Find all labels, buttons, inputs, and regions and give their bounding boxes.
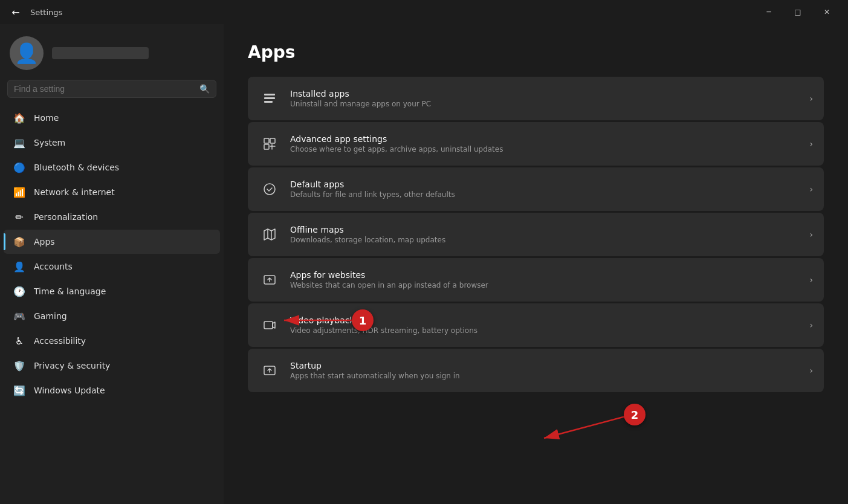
default-apps-title: Default apps bbox=[290, 179, 800, 189]
main-content: Apps Installed apps Uninstall and manage… bbox=[224, 24, 848, 410]
setting-item-installed-apps[interactable]: Installed apps Uninstall and manage apps… bbox=[248, 77, 824, 120]
sidebar-item-label: System bbox=[34, 138, 65, 147]
sidebar-item-label: Bluetooth & devices bbox=[34, 163, 119, 172]
windows-update-icon: 🔄 bbox=[13, 384, 25, 396]
sidebar-item-label: Windows Update bbox=[34, 386, 105, 395]
startup-icon-box bbox=[259, 360, 280, 381]
user-icon: 👤 bbox=[15, 42, 39, 65]
default-apps-text: Default apps Defaults for file and link … bbox=[290, 179, 800, 199]
setting-item-video-playback[interactable]: Video playback Video adjustments, HDR st… bbox=[248, 303, 824, 347]
video-playback-icon bbox=[262, 318, 277, 332]
sidebar-item-label: Personalization bbox=[34, 212, 98, 222]
sidebar-item-accessibility[interactable]: ♿ Accessibility bbox=[4, 329, 220, 353]
sidebar: 👤 🔍 🏠 Home 💻 System 🔵 bbox=[0, 24, 224, 504]
home-icon: 🏠 bbox=[13, 112, 25, 124]
accessibility-icon: ♿ bbox=[13, 335, 25, 347]
apps-for-websites-icon-box bbox=[259, 269, 280, 291]
setting-item-default-apps[interactable]: Default apps Defaults for file and link … bbox=[248, 167, 824, 211]
offline-maps-text: Offline maps Downloads, storage location… bbox=[290, 225, 800, 244]
search-container: 🔍 bbox=[0, 80, 224, 105]
apps-for-websites-chevron: › bbox=[809, 275, 813, 285]
svg-point-6 bbox=[264, 184, 275, 195]
sidebar-item-label: Accessibility bbox=[34, 336, 86, 346]
close-button[interactable]: ✕ bbox=[813, 2, 841, 22]
minimize-button[interactable]: ─ bbox=[755, 2, 783, 22]
default-apps-icon bbox=[262, 182, 277, 196]
sidebar-item-time[interactable]: 🕐 Time & language bbox=[4, 279, 220, 303]
accounts-icon: 👤 bbox=[13, 260, 25, 273]
search-input[interactable] bbox=[14, 84, 195, 94]
advanced-app-settings-icon-box bbox=[259, 133, 280, 155]
video-playback-title: Video playback bbox=[290, 315, 800, 325]
search-icon: 🔍 bbox=[199, 84, 210, 94]
svg-rect-0 bbox=[264, 94, 275, 95]
installed-apps-icon bbox=[262, 91, 277, 106]
sidebar-item-label: Home bbox=[34, 113, 59, 123]
search-box[interactable]: 🔍 bbox=[7, 80, 216, 98]
network-icon: 📶 bbox=[13, 186, 25, 198]
back-button[interactable]: ← bbox=[7, 4, 24, 21]
avatar: 👤 bbox=[10, 36, 44, 70]
offline-maps-desc: Downloads, storage location, map updates bbox=[290, 236, 800, 244]
svg-rect-3 bbox=[264, 138, 269, 143]
installed-apps-text: Installed apps Uninstall and manage apps… bbox=[290, 89, 800, 108]
startup-text: Startup Apps that start automatically wh… bbox=[290, 361, 800, 380]
sidebar-item-personalization[interactable]: ✏️ Personalization bbox=[4, 205, 220, 229]
video-playback-text: Video playback Video adjustments, HDR st… bbox=[290, 315, 800, 335]
sidebar-item-gaming[interactable]: 🎮 Gaming bbox=[4, 304, 220, 328]
personalization-icon: ✏️ bbox=[13, 211, 25, 223]
sidebar-item-windows-update[interactable]: 🔄 Windows Update bbox=[4, 378, 220, 402]
maximize-button[interactable]: □ bbox=[784, 2, 812, 22]
startup-icon bbox=[262, 363, 277, 378]
startup-chevron: › bbox=[809, 366, 813, 375]
advanced-app-settings-title: Advanced app settings bbox=[290, 134, 800, 144]
setting-item-offline-maps[interactable]: Offline maps Downloads, storage location… bbox=[248, 213, 824, 256]
sidebar-item-accounts[interactable]: 👤 Accounts bbox=[4, 254, 220, 279]
gaming-icon: 🎮 bbox=[13, 310, 25, 322]
default-apps-desc: Defaults for file and link types, other … bbox=[290, 190, 800, 199]
svg-rect-1 bbox=[264, 97, 275, 99]
titlebar: ← Settings ─ □ ✕ bbox=[0, 0, 848, 24]
time-icon: 🕐 bbox=[13, 285, 25, 297]
offline-maps-title: Offline maps bbox=[290, 225, 800, 234]
sidebar-item-label: Apps bbox=[34, 237, 55, 247]
installed-apps-icon-box bbox=[259, 88, 280, 109]
sidebar-item-home[interactable]: 🏠 Home bbox=[4, 106, 220, 130]
sidebar-item-apps[interactable]: 📦 Apps bbox=[4, 230, 220, 254]
video-playback-chevron: › bbox=[809, 320, 813, 330]
apps-for-websites-text: Apps for websites Websites that can open… bbox=[290, 270, 800, 289]
svg-rect-2 bbox=[264, 101, 273, 103]
sidebar-item-label: Time & language bbox=[34, 286, 106, 296]
video-playback-desc: Video adjustments, HDR streaming, batter… bbox=[290, 326, 800, 335]
setting-item-apps-for-websites[interactable]: Apps for websites Websites that can open… bbox=[248, 258, 824, 302]
sidebar-item-privacy[interactable]: 🛡️ Privacy & security bbox=[4, 354, 220, 378]
privacy-icon: 🛡️ bbox=[13, 360, 25, 372]
sidebar-item-label: Privacy & security bbox=[34, 361, 110, 370]
offline-maps-icon bbox=[262, 227, 277, 242]
offline-maps-chevron: › bbox=[809, 230, 813, 239]
sidebar-item-system[interactable]: 💻 System bbox=[4, 131, 220, 155]
bluetooth-icon: 🔵 bbox=[13, 161, 25, 173]
startup-desc: Apps that start automatically when you s… bbox=[290, 372, 800, 380]
apps-for-websites-title: Apps for websites bbox=[290, 270, 800, 280]
sidebar-item-bluetooth[interactable]: 🔵 Bluetooth & devices bbox=[4, 155, 220, 179]
apps-for-websites-desc: Websites that can open in an app instead… bbox=[290, 281, 800, 289]
sidebar-item-label: Gaming bbox=[34, 311, 67, 321]
setting-item-startup[interactable]: Startup Apps that start automatically wh… bbox=[248, 349, 824, 392]
sidebar-nav: 🏠 Home 💻 System 🔵 Bluetooth & devices 📶 … bbox=[0, 105, 224, 403]
default-apps-chevron: › bbox=[809, 184, 813, 194]
sidebar-item-label: Network & internet bbox=[34, 187, 115, 197]
installed-apps-desc: Uninstall and manage apps on your PC bbox=[290, 100, 800, 108]
sidebar-item-label: Accounts bbox=[34, 262, 73, 271]
advanced-app-settings-text: Advanced app settings Choose where to ge… bbox=[290, 134, 800, 153]
apps-icon: 📦 bbox=[13, 236, 25, 248]
apps-for-websites-icon bbox=[262, 273, 277, 287]
advanced-app-settings-desc: Choose where to get apps, archive apps, … bbox=[290, 145, 800, 153]
user-name-bar bbox=[52, 47, 149, 59]
system-icon: 💻 bbox=[13, 137, 25, 149]
svg-line-13 bbox=[544, 414, 635, 438]
user-profile[interactable]: 👤 bbox=[0, 24, 224, 80]
setting-item-advanced-app-settings[interactable]: Advanced app settings Choose where to ge… bbox=[248, 122, 824, 166]
advanced-app-settings-chevron: › bbox=[809, 139, 813, 149]
sidebar-item-network[interactable]: 📶 Network & internet bbox=[4, 180, 220, 204]
